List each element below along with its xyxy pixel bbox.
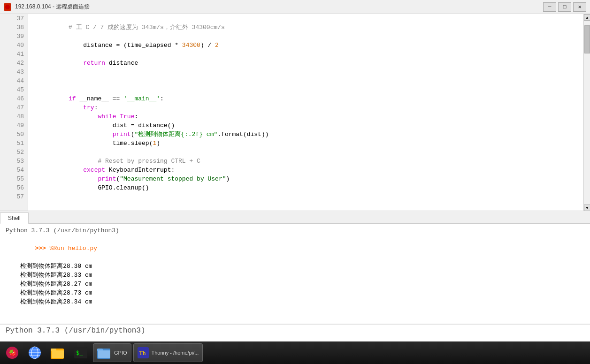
line-num-53: 53	[0, 157, 28, 166]
svg-point-0	[5, 5, 10, 9]
close-button[interactable]: ✕	[573, 2, 586, 12]
line-num-38: 38	[0, 23, 28, 32]
output-line-3: 检测到物体距离28.27 cm	[6, 280, 584, 288]
line-num-52: 52	[0, 148, 28, 157]
code-line-41: return distance	[32, 50, 580, 59]
line-num-51: 51	[0, 139, 28, 148]
python-version-line: Python 3.7.3 (/usr/bin/python3)	[6, 226, 584, 235]
taskbar-files-btn[interactable]	[47, 343, 69, 362]
shell-tab-bar: Shell	[0, 211, 590, 224]
shell-command-line: >>> %Run hello.py	[6, 235, 584, 262]
raspberry-icon: 🍓	[6, 346, 19, 359]
shell-cmd: %Run hello.py	[46, 245, 97, 252]
taskbar: 🍓 $_	[0, 341, 590, 364]
shell-content-top: Python 3.7.3 (/usr/bin/python3) >>> %Run…	[0, 224, 590, 308]
taskbar-thonny-btn[interactable]: Th Thonny - /home/pi/...	[133, 343, 203, 362]
scrollbar-thumb[interactable]	[584, 25, 590, 53]
line-num-45: 45	[0, 85, 28, 94]
line-num-40: 40	[0, 41, 28, 50]
scrollbar-track	[584, 21, 590, 205]
line-num-49: 49	[0, 121, 28, 130]
svg-rect-10	[52, 350, 64, 358]
svg-text:🍓: 🍓	[8, 349, 17, 357]
editor-scrollbar[interactable]: ▲ ▼	[583, 14, 590, 211]
code-line-52: # Reset by pressing CTRL + C	[32, 148, 580, 157]
line-num-43: 43	[0, 68, 28, 76]
line-num-41: 41	[0, 50, 28, 59]
svg-text:$_: $_	[76, 349, 83, 356]
line-num-37: 37	[0, 14, 28, 23]
output-line-2: 检测到物体距离28.33 cm	[6, 271, 584, 280]
code-line-39: distance = (time_elapsed * 34300) / 2	[32, 32, 580, 41]
globe-icon	[28, 346, 41, 359]
editor-wrapper: 37 38 39 40 41 42 43 44 45 46 47 48 49 5…	[0, 14, 590, 211]
code-line-47: while True:	[32, 103, 580, 112]
svg-text:Th: Th	[139, 349, 146, 356]
shell-middle-space	[0, 308, 590, 324]
output-line-1: 检测到物体距离28.30 cm	[6, 262, 584, 271]
minimize-button[interactable]: ─	[543, 2, 556, 12]
line-num-50: 50	[0, 130, 28, 139]
line-num-55: 55	[0, 174, 28, 183]
line-num-39: 39	[0, 32, 28, 41]
code-line-57	[32, 192, 580, 201]
title-bar-text: 192.168.0.104 - 远程桌面连接	[15, 3, 539, 11]
code-line-44	[32, 76, 580, 85]
line-num-46: 46	[0, 94, 28, 103]
shell-prompt: >>>	[35, 245, 46, 252]
python-version-line-2: Python 3.7.3 (/usr/bin/python3)	[6, 326, 584, 335]
line-numbers: 37 38 39 40 41 42 43 44 45 46 47 48 49 5…	[0, 14, 28, 211]
taskbar-gpio-btn[interactable]: GPIO	[93, 343, 131, 362]
line-num-56: 56	[0, 183, 28, 192]
code-line-37: # 工 C / 7 成的速度为 343m/s，介红外 34300cm/s	[32, 14, 580, 23]
line-num-57: 57	[0, 192, 28, 201]
terminal-icon: $_	[74, 347, 87, 358]
line-num-54: 54	[0, 166, 28, 174]
files-icon	[51, 347, 65, 359]
code-editor: 37 38 39 40 41 42 43 44 45 46 47 48 49 5…	[0, 14, 583, 211]
output-line-4: 检测到物体距离28.73 cm	[6, 288, 584, 297]
title-bar-controls: ─ □ ✕	[543, 2, 586, 12]
shell-tab[interactable]: Shell	[0, 212, 29, 224]
taskbar-terminal-btn[interactable]: $_	[70, 343, 91, 362]
line-num-42: 42	[0, 59, 28, 68]
main-window: 37 38 39 40 41 42 43 44 45 46 47 48 49 5…	[0, 14, 590, 364]
gpio-icon	[97, 347, 111, 359]
code-line-45: if __name__ == '__main__':	[32, 85, 580, 94]
taskbar-raspberry-btn[interactable]: 🍓	[2, 343, 23, 362]
line-num-48: 48	[0, 112, 28, 121]
maximize-button[interactable]: □	[558, 2, 571, 12]
svg-rect-15	[98, 350, 110, 358]
window-icon	[4, 3, 11, 11]
taskbar-globe-btn[interactable]	[24, 343, 45, 362]
line-num-47: 47	[0, 103, 28, 112]
scroll-up-button[interactable]: ▲	[584, 14, 590, 21]
thonny-icon: Th	[138, 347, 149, 358]
scroll-down-button[interactable]: ▼	[584, 205, 590, 211]
output-line-5: 检测到物体距离28.34 cm	[6, 297, 584, 306]
thonny-label: Thonny - /home/pi/...	[152, 350, 199, 356]
line-num-44: 44	[0, 76, 28, 85]
code-line-43	[32, 68, 580, 76]
gpio-label: GPIO	[114, 350, 127, 356]
code-content[interactable]: # 工 C / 7 成的速度为 343m/s，介红外 34300cm/s dis…	[28, 14, 583, 211]
title-bar: 192.168.0.104 - 远程桌面连接 ─ □ ✕	[0, 0, 590, 14]
window-icon-svg	[5, 4, 10, 10]
